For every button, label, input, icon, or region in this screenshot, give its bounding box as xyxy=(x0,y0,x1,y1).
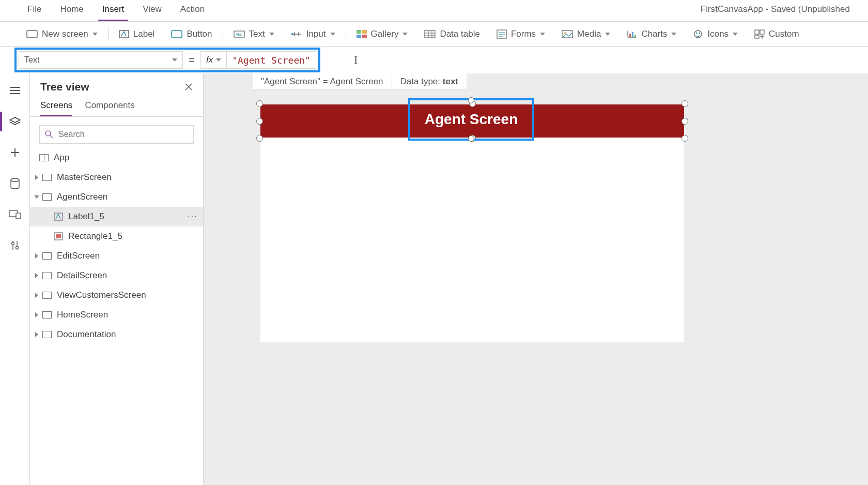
resize-handle[interactable] xyxy=(468,135,474,142)
forms-button[interactable]: Forms xyxy=(488,22,553,46)
canvas-area[interactable]: "Agent Screen" = Agent Screen Data type:… xyxy=(204,73,868,485)
app-icon xyxy=(39,154,49,161)
chevron-down-icon xyxy=(733,33,738,36)
svg-rect-2 xyxy=(172,31,182,38)
screen-icon xyxy=(42,331,52,338)
label-text: Agent Screen xyxy=(425,111,518,128)
chevron-down-icon xyxy=(671,33,676,36)
data-rail-button[interactable] xyxy=(8,177,22,190)
tree-node-documentation[interactable]: Documentation xyxy=(30,325,203,344)
separator xyxy=(108,27,109,41)
result-right: Agent Screen xyxy=(330,77,383,86)
button-button[interactable]: Button xyxy=(163,22,220,46)
tree-label: EditScreen xyxy=(57,251,100,261)
resize-handle[interactable] xyxy=(468,97,474,103)
icons-button[interactable]: Icons xyxy=(685,22,746,46)
treeview-rail-button[interactable] xyxy=(8,115,22,128)
close-icon xyxy=(184,83,193,91)
svg-rect-16 xyxy=(634,35,636,37)
tree-node-viewcustomersscreen[interactable]: ViewCustomersScreen xyxy=(30,285,203,305)
media-button[interactable]: Media xyxy=(553,22,618,46)
charts-button[interactable]: Charts xyxy=(618,22,685,46)
chevron-right-icon xyxy=(35,312,38,317)
newscreen-button[interactable]: New screen xyxy=(18,22,106,46)
svg-point-5 xyxy=(291,33,293,35)
add-rail-button[interactable] xyxy=(8,146,22,159)
formula-input[interactable]: "Agent Screen" xyxy=(226,51,316,69)
svg-rect-6 xyxy=(357,30,361,34)
tree-app-node[interactable]: App xyxy=(30,148,203,168)
separator xyxy=(223,27,223,41)
spacer xyxy=(214,0,701,21)
tree-app-label: App xyxy=(54,153,69,163)
tree-node-label1-5[interactable]: Label1_5 ··· xyxy=(30,207,203,226)
label1-5-selection[interactable]: Agent Screen xyxy=(408,98,534,141)
menu-view[interactable]: View xyxy=(133,0,171,21)
tools-rail-button[interactable] xyxy=(8,239,22,252)
result-expr: "Agent Screen" = Agent Screen xyxy=(261,77,383,87)
custom-label: Custom xyxy=(769,29,799,39)
result-eq: = xyxy=(320,77,330,86)
tree-node-rectangle1-5[interactable]: Rectangle1_5 xyxy=(30,226,203,246)
formula-highlight: Text = fx "Agent Screen" xyxy=(14,48,320,72)
left-rail xyxy=(0,73,30,485)
tree-node-homescreen[interactable]: HomeScreen xyxy=(30,305,203,325)
datatable-label: Data table xyxy=(440,29,480,39)
tree-node-masterscreen[interactable]: MasterScreen xyxy=(30,168,203,187)
menu-insert[interactable]: Insert xyxy=(93,0,134,21)
screen-icon xyxy=(42,292,52,299)
close-tree-button[interactable] xyxy=(184,83,193,91)
button-label: Button xyxy=(187,29,212,39)
text-icon: Abc xyxy=(234,31,245,38)
tree-node-detailscreen[interactable]: DetailScreen xyxy=(30,266,203,285)
charts-label: Charts xyxy=(641,29,667,39)
tree-node-agentscreen[interactable]: AgentScreen xyxy=(30,187,203,207)
gallery-button[interactable]: Gallery xyxy=(348,22,416,46)
hamburger-button[interactable] xyxy=(8,84,22,97)
tree-label: HomeScreen xyxy=(57,310,108,320)
custom-button[interactable]: Custom xyxy=(746,22,808,46)
property-label: Text xyxy=(24,55,39,65)
svg-rect-20 xyxy=(755,30,759,34)
tab-screens[interactable]: Screens xyxy=(40,96,72,116)
svg-text:Abc: Abc xyxy=(236,33,242,36)
result-left: "Agent Screen" xyxy=(261,77,320,86)
fx-dropdown[interactable]: fx xyxy=(200,51,227,69)
fx-label: fx xyxy=(206,55,213,65)
property-dropdown[interactable]: Text xyxy=(19,51,183,69)
svg-point-19 xyxy=(699,32,701,34)
tree-search-input[interactable] xyxy=(57,129,188,140)
tree-node-editscreen[interactable]: EditScreen xyxy=(30,246,203,266)
devices-icon xyxy=(9,210,21,219)
svg-point-18 xyxy=(696,32,698,34)
input-icon xyxy=(291,30,302,38)
chevron-right-icon xyxy=(35,293,38,298)
datatype-label: Data type: xyxy=(400,77,443,86)
datatable-button[interactable]: Data table xyxy=(416,22,488,46)
menu-home[interactable]: Home xyxy=(51,0,92,21)
tree-label: AgentScreen xyxy=(57,192,107,202)
input-button[interactable]: Input xyxy=(283,22,344,46)
svg-point-27 xyxy=(16,247,18,249)
menu-action[interactable]: Action xyxy=(171,0,214,21)
chevron-down-icon xyxy=(605,33,610,36)
tab-components[interactable]: Components xyxy=(85,96,134,116)
more-button[interactable]: ··· xyxy=(188,211,198,222)
sliders-icon xyxy=(10,240,20,251)
label-label: Label xyxy=(133,29,155,39)
tree-label: MasterScreen xyxy=(57,172,112,183)
chevron-right-icon xyxy=(35,332,38,337)
svg-rect-8 xyxy=(357,35,361,38)
svg-rect-7 xyxy=(362,30,367,34)
svg-rect-25 xyxy=(16,213,21,219)
chevron-right-icon xyxy=(35,253,38,259)
media-rail-button[interactable] xyxy=(8,208,22,221)
tree-search[interactable] xyxy=(39,125,194,144)
chevron-down-icon xyxy=(402,33,408,36)
tree-label: Label1_5 xyxy=(68,211,104,222)
text-button[interactable]: Abc Text xyxy=(225,22,283,46)
label-button[interactable]: Label xyxy=(111,22,163,46)
charts-icon xyxy=(627,30,637,38)
menu-file[interactable]: File xyxy=(18,0,51,21)
svg-point-13 xyxy=(564,32,566,34)
